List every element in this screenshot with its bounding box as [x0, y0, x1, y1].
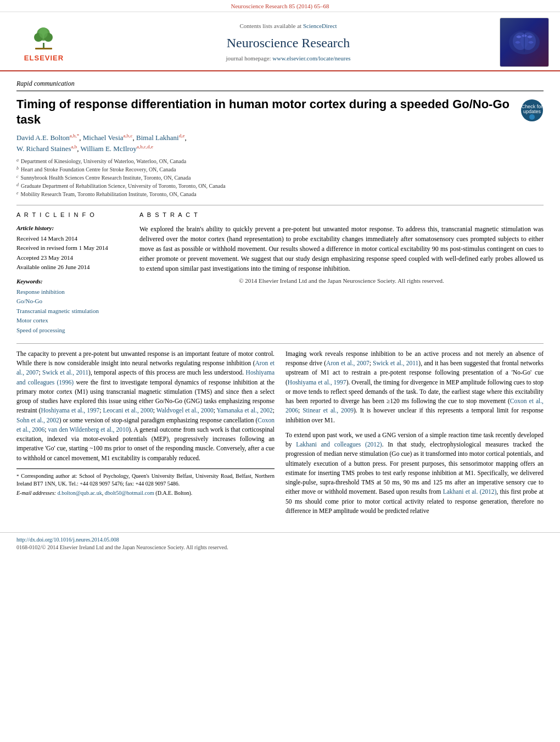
footnote-2: E-mail addresses: d.bolton@qub.ac.uk, db… [16, 489, 275, 497]
author-3-sup: d,e [179, 133, 185, 138]
footnote-1-text: Corresponding author at: School of Psych… [16, 473, 275, 487]
body-para-3: To extend upon past work, we used a GNG … [285, 431, 544, 516]
affil-2-sup: b [16, 165, 19, 174]
brain-image-icon [505, 26, 544, 59]
ref-hoshiyama-1997[interactable]: Hoshiyama et al., 1997 [41, 407, 100, 414]
keywords-label: Keywords: [16, 277, 126, 286]
ref-hoshiyama-1997-2[interactable]: Hoshiyama et al., 1997 [288, 379, 346, 386]
article-type-label: Rapid communication [16, 79, 544, 91]
ref-leocani-2000[interactable]: Leocani et al., 2000 [103, 407, 153, 414]
article-info-header: A R T I C L E I N F O [16, 211, 126, 219]
body-left-col: The capacity to prevent a pre-potent but… [16, 349, 275, 521]
elsevier-logo: ELSEVIER [24, 22, 64, 63]
keyword-5: Speed of processing [16, 326, 126, 334]
abstract-header: A B S T R A C T [139, 211, 544, 219]
footnote-email-label: E-mail addresses: [16, 490, 56, 496]
available-date: Available online 26 June 2014 [16, 263, 126, 271]
affil-1-sup: a [16, 157, 19, 165]
author-3: Bimal Lakhani [136, 134, 179, 142]
affil-4-sup: d [16, 182, 19, 190]
article-content: Rapid communication Timing of response d… [0, 71, 560, 532]
article-title-row: Timing of response differentiation in hu… [16, 97, 544, 127]
sciencedirect-link[interactable]: ScienceDirect [303, 23, 337, 29]
contents-line: Contents lists available at ScienceDirec… [77, 22, 500, 30]
body-right-col: Imaging work reveals response inhibition… [285, 349, 544, 521]
accepted-date: Accepted 23 May 2014 [16, 254, 126, 262]
svg-rect-6 [35, 48, 52, 49]
ref-swick-2011[interactable]: Swick et al., 2011 [42, 369, 88, 376]
abstract-text: We explored the brain's ability to quick… [139, 224, 544, 274]
keyword-4: Motor cortex [16, 316, 126, 325]
article-title: Timing of response differentiation in hu… [16, 97, 515, 127]
email-link-1[interactable]: d.bolton@qub.ac.uk [58, 490, 102, 496]
article-info-col: A R T I C L E I N F O Article history: R… [16, 211, 126, 336]
citation-bar: Neuroscience Research 85 (2014) 65–68 [0, 0, 560, 12]
homepage-label: journal homepage: [226, 55, 271, 62]
keywords-section: Keywords: Response inhibition Go/No-Go T… [16, 277, 126, 334]
ref-stinear-2009[interactable]: Stinear et al., 2009 [303, 407, 354, 414]
author-1: David A.E. Bolton [16, 134, 70, 142]
svg-rect-1 [43, 43, 44, 48]
received-revised-date: Received in revised form 1 May 2014 [16, 244, 126, 252]
affil-4: d Graduate Department of Rehabilitation … [16, 182, 544, 190]
received-date: Received 14 March 2014 [16, 235, 126, 243]
elsevier-tree-icon [29, 22, 59, 52]
keyword-1: Response inhibition [16, 288, 126, 296]
affil-4-text: Graduate Department of Rehabilitation Sc… [21, 182, 226, 190]
author-1-sup: a,b,* [70, 133, 80, 138]
svg-point-5 [39, 27, 48, 38]
homepage-url[interactable]: www.elsevier.com/locate/neures [272, 55, 350, 62]
author-5: William E. McIlroy [81, 144, 137, 153]
ref-aron-2007-2[interactable]: Aron et al., 2007 [326, 360, 369, 366]
body-para-2: Imaging work reveals response inhibition… [285, 349, 544, 425]
affil-1: a Department of Kinesiology, University … [16, 157, 544, 165]
svg-text:updates: updates [523, 109, 541, 114]
issn-line: 0168-0102/© 2014 Elsevier Ireland Ltd an… [16, 544, 544, 551]
citation-text: Neuroscience Research 85 (2014) 65–68 [231, 3, 329, 9]
svg-point-14 [529, 114, 535, 120]
affil-2: b Heart and Stroke Foundation Centre for… [16, 165, 544, 174]
affil-5: e Mobility Research Team, Toronto Rehabi… [16, 190, 544, 198]
keyword-3: Transcranial magnetic stimulation [16, 307, 126, 315]
affil-5-text: Mobility Research Team, Toronto Rehabili… [21, 190, 197, 198]
history-label: Article history: [16, 224, 126, 232]
ref-waldvogel-2000[interactable]: Waldvogel et al., 2000 [156, 407, 214, 414]
doi-line: http://dx.doi.org/10.1016/j.neures.2014.… [16, 536, 544, 544]
ref-lakhani-2012[interactable]: Lakhani and colleagues (2012) [296, 441, 382, 448]
authors-line: David A.E. Boltona,b,*, Michael Vesiaa,b… [16, 132, 544, 154]
contents-label: Contents lists available at [239, 23, 301, 29]
footnote-author-note: (D.A.E. Bolton). [155, 490, 192, 496]
keyword-2: Go/No-Go [16, 297, 126, 305]
affil-3-text: Sunnybrook Health Sciences Centre Resear… [21, 174, 191, 182]
divider-2 [16, 343, 544, 344]
affil-3: c Sunnybrook Health Sciences Centre Rese… [16, 174, 544, 182]
ref-vandenberg-2010[interactable]: van den Wildenberg et al., 2010 [48, 426, 129, 433]
affil-1-text: Department of Kinesiology, University of… [21, 157, 186, 165]
affiliations: a Department of Kinesiology, University … [16, 157, 544, 198]
ref-sohn-2002[interactable]: Sohn et al., 2002 [16, 417, 59, 423]
elsevier-text: ELSEVIER [24, 53, 64, 63]
ref-lakhani-2012-2[interactable]: Lakhani et al. (2012) [443, 488, 497, 495]
abstract-col: A B S T R A C T We explored the brain's … [139, 211, 544, 336]
email-link-2[interactable]: dbolt50@hotmail.com [105, 490, 154, 496]
ref-yamanaka-2002[interactable]: Yamanaka et al., 2002 [216, 407, 272, 414]
body-columns: The capacity to prevent a pre-potent but… [16, 349, 544, 521]
affil-3-sup: c [16, 174, 19, 182]
doi-link[interactable]: http://dx.doi.org/10.1016/j.neures.2014.… [16, 537, 119, 543]
homepage-line: journal homepage: www.elsevier.com/locat… [77, 54, 500, 63]
footnotes: * Corresponding author at: School of Psy… [16, 468, 275, 497]
ref-swick-2011-2[interactable]: Swick et al., 2011 [373, 360, 418, 366]
footnote-1: * Corresponding author at: School of Psy… [16, 472, 275, 488]
body-para-1: The capacity to prevent a pre-potent but… [16, 349, 275, 463]
author-4: W. Richard Staines [16, 144, 71, 153]
author-2: Michael Vesia [83, 134, 124, 142]
publisher-logo-area: ELSEVIER [11, 22, 77, 63]
author-5-sup: a,b,c,d,e [137, 144, 153, 149]
journal-title: Neuroscience Research [77, 34, 500, 53]
journal-cover-image [500, 18, 549, 67]
journal-center: Contents lists available at ScienceDirec… [77, 22, 500, 63]
journal-header: ELSEVIER Contents lists available at Sci… [0, 12, 560, 71]
footnote-star-icon: * [16, 473, 19, 479]
crossmark-badge-icon[interactable]: Check for updates [520, 99, 544, 122]
abstract-copyright: © 2014 Elsevier Ireland Ltd and the Japa… [139, 277, 544, 285]
